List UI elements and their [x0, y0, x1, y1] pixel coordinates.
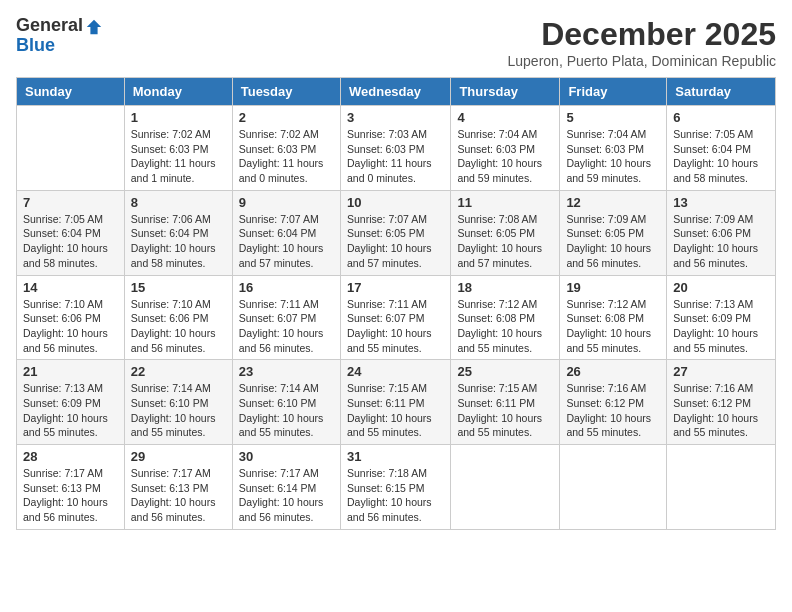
sunrise-text: Sunrise: 7:06 AM [131, 213, 211, 225]
day-info: Sunrise: 7:07 AM Sunset: 6:04 PM Dayligh… [239, 212, 334, 271]
daylight-text: Daylight: 10 hours and 55 minutes. [347, 327, 432, 354]
sunset-text: Sunset: 6:11 PM [347, 397, 425, 409]
sunset-text: Sunset: 6:07 PM [347, 312, 425, 324]
weekday-header-friday: Friday [560, 78, 667, 106]
day-number: 12 [566, 195, 660, 210]
day-number: 25 [457, 364, 553, 379]
sunrise-text: Sunrise: 7:02 AM [131, 128, 211, 140]
day-number: 3 [347, 110, 444, 125]
sunset-text: Sunset: 6:03 PM [239, 143, 317, 155]
day-info: Sunrise: 7:09 AM Sunset: 6:05 PM Dayligh… [566, 212, 660, 271]
daylight-text: Daylight: 10 hours and 56 minutes. [239, 327, 324, 354]
calendar-cell: 14 Sunrise: 7:10 AM Sunset: 6:06 PM Dayl… [17, 275, 125, 360]
day-number: 30 [239, 449, 334, 464]
weekday-header-sunday: Sunday [17, 78, 125, 106]
day-info: Sunrise: 7:04 AM Sunset: 6:03 PM Dayligh… [566, 127, 660, 186]
day-info: Sunrise: 7:11 AM Sunset: 6:07 PM Dayligh… [239, 297, 334, 356]
sunrise-text: Sunrise: 7:09 AM [566, 213, 646, 225]
day-info: Sunrise: 7:17 AM Sunset: 6:13 PM Dayligh… [23, 466, 118, 525]
day-number: 23 [239, 364, 334, 379]
sunset-text: Sunset: 6:15 PM [347, 482, 425, 494]
sunset-text: Sunset: 6:03 PM [131, 143, 209, 155]
day-info: Sunrise: 7:16 AM Sunset: 6:12 PM Dayligh… [566, 381, 660, 440]
location-text: Luperon, Puerto Plata, Dominican Republi… [508, 53, 777, 69]
day-number: 18 [457, 280, 553, 295]
day-info: Sunrise: 7:10 AM Sunset: 6:06 PM Dayligh… [23, 297, 118, 356]
daylight-text: Daylight: 10 hours and 56 minutes. [131, 496, 216, 523]
day-number: 7 [23, 195, 118, 210]
day-info: Sunrise: 7:17 AM Sunset: 6:14 PM Dayligh… [239, 466, 334, 525]
daylight-text: Daylight: 11 hours and 1 minute. [131, 157, 216, 184]
day-info: Sunrise: 7:05 AM Sunset: 6:04 PM Dayligh… [23, 212, 118, 271]
daylight-text: Daylight: 10 hours and 56 minutes. [131, 327, 216, 354]
sunrise-text: Sunrise: 7:11 AM [239, 298, 319, 310]
sunrise-text: Sunrise: 7:02 AM [239, 128, 319, 140]
sunrise-text: Sunrise: 7:15 AM [347, 382, 427, 394]
sunset-text: Sunset: 6:10 PM [131, 397, 209, 409]
calendar-cell: 6 Sunrise: 7:05 AM Sunset: 6:04 PM Dayli… [667, 106, 776, 191]
day-number: 24 [347, 364, 444, 379]
calendar-week-row: 28 Sunrise: 7:17 AM Sunset: 6:13 PM Dayl… [17, 445, 776, 530]
calendar-cell: 2 Sunrise: 7:02 AM Sunset: 6:03 PM Dayli… [232, 106, 340, 191]
sunrise-text: Sunrise: 7:03 AM [347, 128, 427, 140]
calendar-week-row: 7 Sunrise: 7:05 AM Sunset: 6:04 PM Dayli… [17, 190, 776, 275]
calendar-cell: 18 Sunrise: 7:12 AM Sunset: 6:08 PM Dayl… [451, 275, 560, 360]
calendar-cell: 9 Sunrise: 7:07 AM Sunset: 6:04 PM Dayli… [232, 190, 340, 275]
sunrise-text: Sunrise: 7:17 AM [23, 467, 103, 479]
daylight-text: Daylight: 10 hours and 55 minutes. [131, 412, 216, 439]
sunrise-text: Sunrise: 7:15 AM [457, 382, 537, 394]
day-number: 11 [457, 195, 553, 210]
sunrise-text: Sunrise: 7:18 AM [347, 467, 427, 479]
calendar-cell: 13 Sunrise: 7:09 AM Sunset: 6:06 PM Dayl… [667, 190, 776, 275]
calendar-cell: 19 Sunrise: 7:12 AM Sunset: 6:08 PM Dayl… [560, 275, 667, 360]
day-info: Sunrise: 7:08 AM Sunset: 6:05 PM Dayligh… [457, 212, 553, 271]
weekday-header-saturday: Saturday [667, 78, 776, 106]
day-number: 8 [131, 195, 226, 210]
sunset-text: Sunset: 6:08 PM [566, 312, 644, 324]
daylight-text: Daylight: 10 hours and 55 minutes. [673, 412, 758, 439]
sunset-text: Sunset: 6:12 PM [566, 397, 644, 409]
daylight-text: Daylight: 10 hours and 56 minutes. [673, 242, 758, 269]
sunrise-text: Sunrise: 7:04 AM [457, 128, 537, 140]
day-info: Sunrise: 7:06 AM Sunset: 6:04 PM Dayligh… [131, 212, 226, 271]
sunrise-text: Sunrise: 7:16 AM [566, 382, 646, 394]
day-number: 2 [239, 110, 334, 125]
sunrise-text: Sunrise: 7:16 AM [673, 382, 753, 394]
calendar-cell [451, 445, 560, 530]
calendar-cell: 5 Sunrise: 7:04 AM Sunset: 6:03 PM Dayli… [560, 106, 667, 191]
calendar-cell: 25 Sunrise: 7:15 AM Sunset: 6:11 PM Dayl… [451, 360, 560, 445]
day-number: 20 [673, 280, 769, 295]
sunset-text: Sunset: 6:07 PM [239, 312, 317, 324]
day-info: Sunrise: 7:07 AM Sunset: 6:05 PM Dayligh… [347, 212, 444, 271]
day-info: Sunrise: 7:12 AM Sunset: 6:08 PM Dayligh… [457, 297, 553, 356]
calendar-cell [667, 445, 776, 530]
day-info: Sunrise: 7:17 AM Sunset: 6:13 PM Dayligh… [131, 466, 226, 525]
page-header: General Blue December 2025 Luperon, Puer… [16, 16, 776, 69]
svg-marker-0 [87, 20, 101, 34]
day-info: Sunrise: 7:03 AM Sunset: 6:03 PM Dayligh… [347, 127, 444, 186]
logo-general-text: General [16, 16, 83, 36]
calendar-cell: 16 Sunrise: 7:11 AM Sunset: 6:07 PM Dayl… [232, 275, 340, 360]
day-info: Sunrise: 7:15 AM Sunset: 6:11 PM Dayligh… [457, 381, 553, 440]
daylight-text: Daylight: 10 hours and 58 minutes. [673, 157, 758, 184]
day-number: 14 [23, 280, 118, 295]
calendar-cell: 17 Sunrise: 7:11 AM Sunset: 6:07 PM Dayl… [340, 275, 450, 360]
calendar-cell: 20 Sunrise: 7:13 AM Sunset: 6:09 PM Dayl… [667, 275, 776, 360]
day-info: Sunrise: 7:12 AM Sunset: 6:08 PM Dayligh… [566, 297, 660, 356]
sunrise-text: Sunrise: 7:09 AM [673, 213, 753, 225]
day-info: Sunrise: 7:13 AM Sunset: 6:09 PM Dayligh… [673, 297, 769, 356]
day-info: Sunrise: 7:16 AM Sunset: 6:12 PM Dayligh… [673, 381, 769, 440]
weekday-header-wednesday: Wednesday [340, 78, 450, 106]
sunset-text: Sunset: 6:03 PM [347, 143, 425, 155]
sunset-text: Sunset: 6:09 PM [673, 312, 751, 324]
sunset-text: Sunset: 6:14 PM [239, 482, 317, 494]
day-info: Sunrise: 7:04 AM Sunset: 6:03 PM Dayligh… [457, 127, 553, 186]
calendar-week-row: 21 Sunrise: 7:13 AM Sunset: 6:09 PM Dayl… [17, 360, 776, 445]
sunset-text: Sunset: 6:05 PM [566, 227, 644, 239]
daylight-text: Daylight: 10 hours and 56 minutes. [23, 327, 108, 354]
daylight-text: Daylight: 10 hours and 55 minutes. [566, 327, 651, 354]
sunset-text: Sunset: 6:03 PM [566, 143, 644, 155]
sunrise-text: Sunrise: 7:08 AM [457, 213, 537, 225]
day-info: Sunrise: 7:11 AM Sunset: 6:07 PM Dayligh… [347, 297, 444, 356]
sunset-text: Sunset: 6:11 PM [457, 397, 535, 409]
